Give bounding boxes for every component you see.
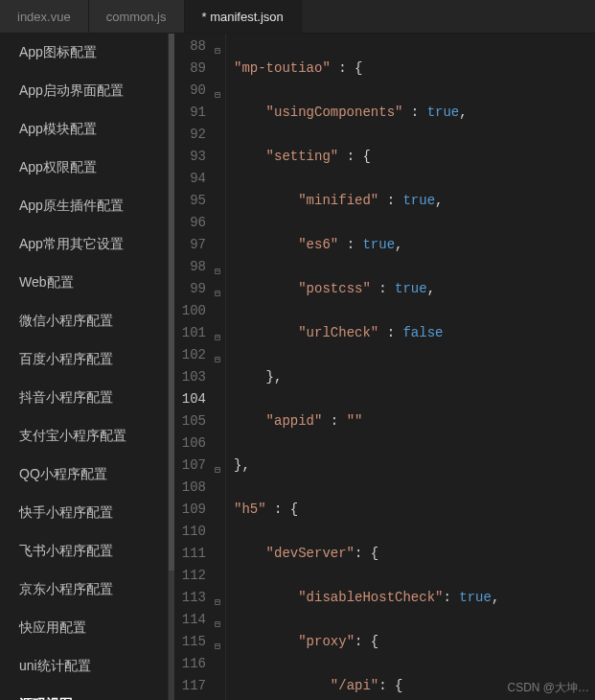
tab-manifest-json[interactable]: * manifest.json: [185, 0, 302, 33]
fold-icon[interactable]: ⊟: [211, 349, 220, 359]
fold-icon[interactable]: ⊟: [211, 40, 220, 50]
tab-bar: index.vue common.js * manifest.json: [0, 0, 595, 34]
line-number-gutter: 88⊟8990⊟9192939495969798⊟99⊟100101⊟102⊟1…: [169, 34, 226, 700]
sidebar-item-feishu-mp[interactable]: 飞书小程序配置: [0, 532, 168, 571]
sidebar-item-app-modules[interactable]: App模块配置: [0, 110, 168, 149]
sidebar-item-douyin-mp[interactable]: 抖音小程序配置: [0, 379, 168, 417]
fold-icon[interactable]: ⊟: [211, 614, 220, 623]
sidebar-item-jd-mp[interactable]: 京东小程序配置: [0, 571, 168, 609]
fold-icon[interactable]: ⊟: [211, 592, 220, 601]
fold-icon[interactable]: ⊟: [211, 459, 220, 469]
sidebar-scrollbar[interactable]: [169, 34, 174, 700]
fold-icon[interactable]: ⊟: [211, 283, 220, 292]
sidebar-item-app-splash[interactable]: App启动界面配置: [0, 72, 168, 110]
sidebar-item-alipay-mp[interactable]: 支付宝小程序配置: [0, 417, 168, 455]
sidebar-item-wechat-mp[interactable]: 微信小程序配置: [0, 302, 168, 340]
code-area[interactable]: "mp-toutiao" : { "usingComponents" : tru…: [226, 34, 595, 700]
sidebar-item-app-perms[interactable]: App权限配置: [0, 149, 168, 187]
sidebar-item-baidu-mp[interactable]: 百度小程序配置: [0, 340, 168, 379]
sidebar-item-app-other[interactable]: App常用其它设置: [0, 225, 168, 264]
sidebar-item-uni-stats[interactable]: uni统计配置: [0, 647, 168, 686]
fold-icon[interactable]: ⊟: [211, 327, 220, 337]
tab-common-js[interactable]: common.js: [89, 0, 185, 33]
sidebar-item-source-view[interactable]: 源码视图: [0, 686, 168, 700]
sidebar-item-app-native-plugins[interactable]: App原生插件配置: [0, 187, 168, 225]
tab-index-vue[interactable]: index.vue: [0, 0, 89, 33]
sidebar-item-app-icon[interactable]: App图标配置: [0, 34, 168, 72]
sidebar-item-qq-mp[interactable]: QQ小程序配置: [0, 455, 168, 494]
sidebar-item-quickapp[interactable]: 快应用配置: [0, 609, 168, 647]
code-editor[interactable]: 88⊟8990⊟9192939495969798⊟99⊟100101⊟102⊟1…: [169, 34, 595, 700]
settings-sidebar: App图标配置 App启动界面配置 App模块配置 App权限配置 App原生插…: [0, 34, 169, 700]
sidebar-item-kuaishou-mp[interactable]: 快手小程序配置: [0, 494, 168, 532]
fold-icon[interactable]: ⊟: [211, 261, 220, 270]
fold-icon[interactable]: ⊟: [211, 636, 220, 645]
fold-icon[interactable]: ⊟: [211, 84, 220, 94]
sidebar-item-web[interactable]: Web配置: [0, 264, 168, 302]
